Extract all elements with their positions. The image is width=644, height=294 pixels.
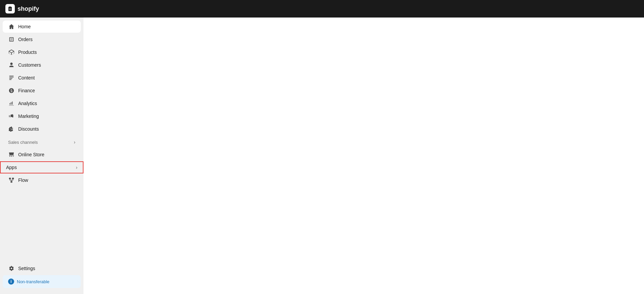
sidebar-item-discounts[interactable]: Discounts <box>3 123 81 135</box>
sidebar-bottom: Settings i Non-transferable <box>0 259 83 291</box>
sidebar-item-finance-label: Finance <box>18 88 35 93</box>
online-store-icon <box>8 151 15 158</box>
svg-rect-1 <box>12 178 14 179</box>
finance-icon <box>8 87 15 94</box>
shopify-bag-icon <box>5 4 15 13</box>
sidebar-item-finance[interactable]: Finance <box>3 85 81 97</box>
sidebar-item-orders-label: Orders <box>18 37 33 42</box>
sidebar-item-settings[interactable]: Settings <box>3 262 81 274</box>
main-content <box>83 18 644 294</box>
apps-chevron-icon: › <box>76 165 77 170</box>
analytics-icon <box>8 100 15 107</box>
info-icon: i <box>8 279 14 285</box>
home-icon <box>8 23 15 30</box>
shopify-logo-text: shopify <box>18 5 39 12</box>
marketing-icon <box>8 113 15 120</box>
sidebar-item-customers[interactable]: Customers <box>3 59 81 71</box>
sidebar-item-flow-label: Flow <box>18 177 28 183</box>
sales-channels-label: Sales channels <box>8 140 38 145</box>
customers-icon <box>8 62 15 68</box>
orders-icon <box>8 36 15 43</box>
sidebar-item-marketing[interactable]: Marketing <box>3 110 81 122</box>
shopify-logo[interactable]: shopify <box>5 4 39 13</box>
settings-icon <box>8 265 15 272</box>
sidebar-item-analytics[interactable]: Analytics <box>3 97 81 109</box>
sidebar-item-customers-label: Customers <box>18 62 41 68</box>
apps-label: Apps <box>6 165 17 170</box>
apps-section-left: Apps <box>6 165 17 170</box>
sidebar-item-settings-label: Settings <box>18 266 35 271</box>
sidebar-item-orders[interactable]: Orders <box>3 33 81 45</box>
sidebar-item-home-label: Home <box>18 24 31 29</box>
sidebar-item-online-store[interactable]: Online Store <box>3 149 81 161</box>
apps-section-header[interactable]: Apps › <box>0 161 83 173</box>
sidebar-item-products-label: Products <box>18 50 37 55</box>
sidebar-item-online-store-label: Online Store <box>18 152 44 157</box>
sidebar-item-products[interactable]: Products <box>3 46 81 58</box>
sidebar-item-discounts-label: Discounts <box>18 126 39 132</box>
flow-icon <box>8 177 15 184</box>
products-icon <box>8 49 15 56</box>
sidebar-item-marketing-label: Marketing <box>18 113 39 119</box>
sidebar-item-content[interactable]: Content <box>3 72 81 84</box>
content-icon <box>8 74 15 81</box>
svg-rect-0 <box>9 178 11 179</box>
main-layout: Home Orders Products <box>0 18 644 294</box>
sales-channels-header[interactable]: Sales channels › <box>3 137 81 148</box>
sidebar-item-flow[interactable]: Flow <box>3 174 81 186</box>
sidebar: Home Orders Products <box>0 18 83 294</box>
discounts-icon <box>8 126 15 132</box>
sidebar-item-home[interactable]: Home <box>3 21 81 33</box>
topbar: shopify <box>0 0 644 18</box>
sidebar-item-content-label: Content <box>18 75 35 80</box>
non-transferable-label: Non-transferable <box>17 279 49 284</box>
sales-channels-chevron-icon: › <box>74 139 75 145</box>
non-transferable-item[interactable]: i Non-transferable <box>3 275 81 288</box>
sidebar-item-analytics-label: Analytics <box>18 101 37 106</box>
svg-rect-2 <box>10 181 12 183</box>
